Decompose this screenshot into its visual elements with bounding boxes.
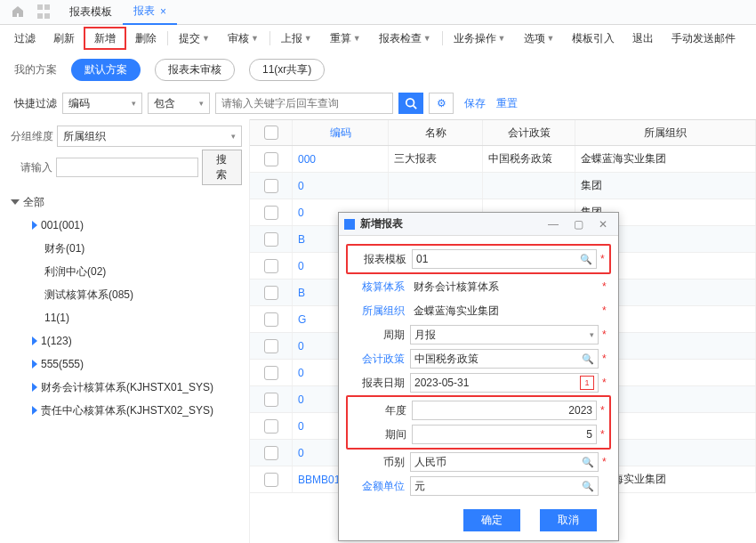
tree-node[interactable]: 财务(01) [7, 237, 242, 260]
checkbox[interactable] [264, 152, 278, 166]
filter-button[interactable]: 过滤 [5, 27, 44, 50]
chevron-down-icon: ▼ [498, 34, 506, 43]
scheme-default[interactable]: 默认方案 [71, 59, 141, 81]
cell-code[interactable]: 0 [293, 173, 389, 199]
report-button[interactable]: 上报▼ [272, 27, 321, 50]
checkbox[interactable] [264, 446, 278, 460]
apps-icon[interactable] [37, 4, 53, 20]
checkbox[interactable] [264, 473, 278, 487]
col-org[interactable]: 所属组织 [575, 120, 756, 145]
check-button[interactable]: 报表检查▼ [370, 27, 440, 50]
checkbox[interactable] [264, 179, 278, 193]
reset-link[interactable]: 重置 [496, 96, 518, 111]
row-check [250, 360, 293, 385]
chevron-down-icon: ▾ [590, 330, 594, 339]
checkbox[interactable] [264, 419, 278, 434]
refresh-button[interactable]: 刷新 [44, 27, 84, 50]
dim-label: 分组维度 [7, 129, 53, 144]
row-check [250, 306, 293, 332]
cancel-button[interactable]: 取消 [540, 509, 597, 531]
tree-node-all[interactable]: 全部 [7, 190, 242, 214]
tree-search-input[interactable] [56, 158, 198, 177]
checkbox[interactable] [264, 339, 278, 353]
row-check [250, 253, 293, 279]
keyword-input[interactable] [215, 93, 393, 114]
tree-node[interactable]: 利润中心(02) [7, 260, 242, 283]
recalc-button[interactable]: 重算▼ [321, 27, 370, 50]
exit-button[interactable]: 退出 [623, 27, 663, 50]
col-policy[interactable]: 会计政策 [483, 120, 575, 145]
currency-input[interactable]: 人民币🔍 [410, 452, 599, 472]
scheme-shared[interactable]: 11(xr共享) [249, 59, 325, 81]
options-button[interactable]: 选项▼ [515, 27, 564, 50]
checkbox[interactable] [264, 286, 278, 300]
chevron-right-icon [32, 221, 37, 230]
add-button[interactable]: 新增 [84, 27, 126, 50]
checkbox[interactable] [264, 312, 278, 327]
col-code[interactable]: 编码 [293, 120, 389, 145]
lbl-org: 所属组织 [348, 304, 410, 319]
checkbox[interactable] [264, 259, 278, 273]
checkbox[interactable] [264, 206, 278, 220]
save-link[interactable]: 保存 [464, 96, 486, 111]
ok-button[interactable]: 确定 [463, 509, 520, 531]
template-input[interactable]: 01🔍 [412, 249, 597, 269]
mail-button[interactable]: 手动发送邮件 [663, 27, 744, 50]
chevron-down-icon: ▼ [547, 34, 555, 43]
search-icon[interactable]: 🔍 [582, 481, 594, 492]
maximize-icon[interactable]: ▢ [568, 218, 588, 231]
close-icon[interactable]: × [160, 5, 166, 18]
tree-search-button[interactable]: 搜索 [202, 150, 242, 185]
top-tabs: 报表模板 报表× [0, 0, 756, 25]
scheme-unaudited[interactable]: 报表未审核 [155, 59, 235, 81]
calendar-icon[interactable]: 1 [580, 376, 594, 390]
svg-line-1 [414, 106, 417, 109]
policy-input[interactable]: 中国税务政策🔍 [410, 349, 599, 369]
audit-button[interactable]: 审核▼ [219, 27, 268, 50]
op-select[interactable]: 包含▾ [148, 93, 210, 114]
col-name[interactable]: 名称 [389, 120, 483, 145]
checkbox[interactable] [264, 393, 278, 407]
search-icon[interactable]: 🔍 [580, 254, 592, 265]
submit-button[interactable]: 提交▼ [170, 27, 219, 50]
minimize-icon[interactable]: — [543, 218, 563, 231]
period-input[interactable]: 5 [412, 425, 597, 444]
search-icon[interactable]: 🔍 [582, 457, 594, 468]
dialog-body: 报表模板01🔍* 核算体系财务会计核算体系* 所属组织金蝶蓝海实业集团* 周期月… [339, 236, 618, 504]
tree-node[interactable]: 财务会计核算体系(KJHSTX01_SYS) [7, 376, 242, 399]
tree-node[interactable]: 001(001) [7, 214, 242, 237]
delete-button[interactable]: 删除 [126, 27, 165, 50]
date-input[interactable]: 2023-05-311 [410, 373, 599, 393]
checkbox[interactable] [264, 366, 278, 380]
cell-code[interactable]: 000 [293, 146, 389, 172]
field-select[interactable]: 编码▾ [62, 93, 142, 114]
tab-template[interactable]: 报表模板 [59, 0, 123, 25]
lbl-template: 报表模板 [350, 252, 412, 267]
tree-node[interactable]: 1(123) [7, 329, 242, 353]
checkbox[interactable] [264, 232, 278, 247]
dialog-titlebar[interactable]: 新增报表 — ▢ ✕ [339, 213, 618, 236]
year-input[interactable]: 2023 [412, 401, 597, 420]
chevron-down-icon: ▼ [353, 34, 361, 43]
search-icon[interactable] [398, 93, 423, 114]
table-row[interactable]: 000三大报表中国税务政策金蝶蓝海实业集团 [250, 146, 756, 173]
dim-select[interactable]: 所属组织▾ [57, 126, 242, 147]
tree-node[interactable]: 555(555) [7, 353, 242, 376]
tree-node[interactable]: 测试核算体系(085) [7, 283, 242, 306]
row-check [250, 466, 293, 492]
table-row[interactable]: 0集团 [250, 173, 756, 199]
home-icon[interactable] [11, 4, 27, 20]
tree-node[interactable]: 责任中心核算体系(KJHSTX02_SYS) [7, 399, 242, 422]
tab-report[interactable]: 报表× [123, 0, 177, 25]
checkbox[interactable] [264, 126, 278, 140]
search-icon[interactable]: 🔍 [582, 353, 594, 365]
cycle-select[interactable]: 月报▾ [410, 325, 599, 344]
svg-point-0 [406, 99, 414, 107]
unit-input[interactable]: 元🔍 [410, 476, 599, 496]
import-button[interactable]: 模板引入 [563, 27, 623, 50]
biz-button[interactable]: 业务操作▼ [445, 27, 515, 50]
close-icon[interactable]: ✕ [593, 218, 613, 231]
tree-node[interactable]: 11(1) [7, 306, 242, 329]
gear-icon[interactable]: ⚙ [429, 93, 454, 114]
new-report-dialog: 新增报表 — ▢ ✕ 报表模板01🔍* 核算体系财务会计核算体系* 所属组织金蝶… [338, 212, 619, 541]
